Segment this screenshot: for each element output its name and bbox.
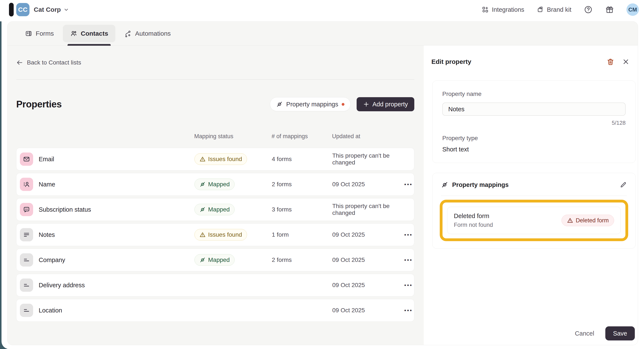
tab-bar: Forms Contacts Automations bbox=[8, 21, 638, 45]
column-updated-at: Updated at bbox=[332, 133, 402, 140]
active-tab-indicator bbox=[68, 44, 111, 46]
long-text-icon bbox=[20, 228, 33, 241]
back-link[interactable]: Back to Contact lists bbox=[16, 59, 81, 66]
workspace-container: Forms Contacts Automations Back to Conta… bbox=[7, 21, 638, 345]
brand-kit-button[interactable]: Brand kit bbox=[537, 6, 571, 13]
plus-icon bbox=[363, 101, 370, 107]
gift-button[interactable] bbox=[605, 5, 614, 14]
property-row-name: Subscription status bbox=[39, 206, 91, 213]
mappings-count: 2 forms bbox=[272, 257, 332, 263]
mapping-status-label: Mapped bbox=[208, 206, 230, 213]
wallpaper-edge bbox=[0, 0, 2, 349]
mapping-status-badge: Mapped bbox=[194, 204, 234, 215]
row-menu-button[interactable]: ••• bbox=[403, 232, 414, 238]
property-row-name: Notes bbox=[39, 231, 55, 238]
table-row[interactable]: Location 09 Oct 2025 ••• bbox=[16, 299, 414, 322]
property-row-name: Company bbox=[39, 257, 65, 264]
email-icon bbox=[20, 152, 33, 166]
property-row-name: Email bbox=[39, 156, 54, 163]
mappings-count: 4 forms bbox=[272, 156, 332, 163]
tab-automations-label: Automations bbox=[135, 30, 171, 37]
integrations-button[interactable]: Integrations bbox=[482, 6, 524, 13]
row-menu-button[interactable]: ••• bbox=[403, 307, 414, 314]
workspace-switcher[interactable]: Cat Corp bbox=[34, 6, 69, 13]
notification-dot bbox=[342, 103, 344, 106]
property-mappings-button[interactable]: Property mappings bbox=[270, 97, 351, 111]
table-row[interactable]: Company Mapped 2 forms 09 Oct 2025 ••• bbox=[16, 249, 414, 271]
app-header: CC Cat Corp Integrations Brand kit CM bbox=[0, 0, 644, 21]
integrations-icon bbox=[482, 6, 489, 13]
cancel-button[interactable]: Cancel bbox=[575, 330, 594, 337]
table-row[interactable]: Subscription status Mapped 3 forms This … bbox=[16, 198, 414, 221]
automations-icon bbox=[124, 30, 132, 37]
tab-contacts-label: Contacts bbox=[81, 30, 108, 37]
table-header: Mapping status # of mappings Updated at bbox=[16, 133, 414, 140]
integrations-label: Integrations bbox=[492, 6, 524, 13]
user-avatar[interactable]: CM bbox=[626, 3, 639, 16]
updated-at: This property can't be changed bbox=[332, 152, 403, 166]
property-name-label: Property name bbox=[442, 91, 626, 97]
updated-at: 09 Oct 2025 bbox=[332, 307, 403, 314]
property-mappings-label: Property mappings bbox=[286, 101, 338, 108]
back-link-label: Back to Contact lists bbox=[27, 59, 81, 66]
row-menu-button[interactable]: ••• bbox=[403, 257, 414, 263]
property-name-input[interactable] bbox=[442, 102, 626, 116]
workspace-avatar[interactable]: CC bbox=[16, 3, 30, 16]
column-mapping-status: Mapping status bbox=[194, 133, 272, 140]
header-nav: Integrations Brand kit CM bbox=[482, 3, 639, 16]
subscription-icon bbox=[20, 203, 33, 216]
row-menu-button[interactable]: ••• bbox=[403, 181, 414, 188]
updated-at: 09 Oct 2025 bbox=[332, 257, 403, 263]
contacts-icon bbox=[70, 30, 77, 37]
short-text-icon bbox=[20, 279, 33, 292]
table-row[interactable]: Name Mapped 2 forms 09 Oct 2025 ••• bbox=[16, 173, 414, 196]
mapping-icon bbox=[199, 181, 206, 188]
mapping-form-status: Form not found bbox=[454, 222, 493, 228]
row-menu-button[interactable]: ••• bbox=[403, 282, 414, 289]
annotation-highlight-ring: Deleted form Form not found Deleted form bbox=[440, 200, 628, 241]
add-property-button[interactable]: Add property bbox=[356, 97, 414, 111]
close-icon[interactable] bbox=[622, 58, 630, 65]
chevron-down-icon bbox=[64, 7, 69, 12]
property-row-name: Delivery address bbox=[39, 282, 85, 289]
properties-main: Back to Contact lists Properties Propert… bbox=[8, 45, 424, 345]
table-row[interactable]: Delivery address 09 Oct 2025 ••• bbox=[16, 274, 414, 297]
forms-icon bbox=[25, 30, 32, 37]
panel-title: Edit property bbox=[432, 58, 471, 65]
mapping-list-item[interactable]: Deleted form Form not found Deleted form bbox=[447, 207, 621, 234]
mapping-status-badge: Mapped bbox=[194, 179, 234, 190]
sidebar-handle[interactable] bbox=[9, 3, 14, 16]
tab-forms-label: Forms bbox=[36, 30, 54, 37]
edit-property-panel: Edit property Property name 5/128 Proper… bbox=[424, 45, 638, 345]
tab-forms[interactable]: Forms bbox=[18, 25, 61, 42]
mapping-status-label: Issues found bbox=[208, 156, 242, 163]
short-text-icon bbox=[20, 304, 33, 317]
table-row[interactable]: Email Issues found 4 forms This property… bbox=[16, 148, 414, 170]
mapping-status-badge: Mapped bbox=[194, 254, 234, 266]
save-button[interactable]: Save bbox=[605, 326, 635, 341]
property-mappings-card: Property mappings Deleted form Form not … bbox=[432, 173, 636, 249]
edit-mappings-icon[interactable] bbox=[620, 181, 627, 188]
trash-icon[interactable] bbox=[606, 58, 614, 65]
tab-contacts[interactable]: Contacts bbox=[63, 25, 116, 42]
brand-kit-icon bbox=[537, 6, 544, 13]
updated-at: 09 Oct 2025 bbox=[332, 181, 403, 188]
mapping-status-label: Mapped bbox=[208, 181, 230, 188]
mapping-icon bbox=[199, 206, 206, 213]
short-text-icon bbox=[20, 253, 33, 267]
divider bbox=[16, 79, 414, 80]
add-property-label: Add property bbox=[372, 101, 408, 108]
workspace-name: Cat Corp bbox=[34, 6, 61, 13]
property-row-name: Location bbox=[39, 307, 62, 314]
char-counter: 5/128 bbox=[442, 120, 626, 126]
property-details-card: Property name 5/128 Property type Short … bbox=[432, 80, 636, 163]
mappings-count: 1 form bbox=[272, 231, 332, 238]
deleted-form-badge: Deleted form bbox=[562, 215, 614, 226]
deleted-form-badge-label: Deleted form bbox=[576, 217, 609, 224]
tab-automations[interactable]: Automations bbox=[117, 25, 178, 42]
mapping-icon bbox=[441, 181, 448, 188]
updated-at: 09 Oct 2025 bbox=[332, 231, 403, 238]
property-type-value: Short text bbox=[442, 146, 626, 153]
help-button[interactable] bbox=[584, 5, 593, 14]
table-row[interactable]: Notes Issues found 1 form 09 Oct 2025 ••… bbox=[16, 223, 414, 246]
